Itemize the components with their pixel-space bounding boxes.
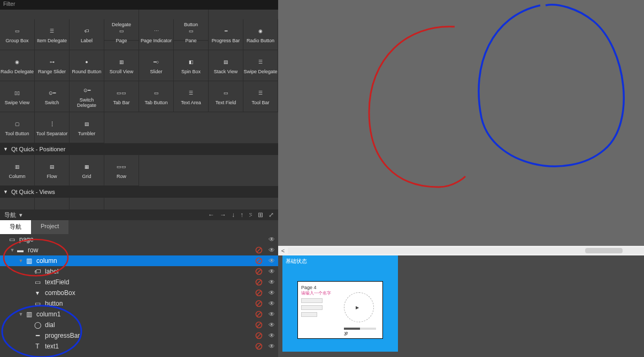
scroll-thumb[interactable] [585, 248, 623, 253]
arrow-up-icon[interactable]: ↑ [240, 211, 243, 219]
tree-node-column1[interactable]: ▼▥column1👁 [0, 309, 278, 320]
visibility-icon[interactable]: 👁 [265, 268, 278, 275]
library-item-tab-button[interactable]: ▭Tab Button [139, 81, 174, 112]
library-item-radio-delegate[interactable]: ◉Radio Delegate [0, 50, 35, 81]
library-item-label: Item Delegate [37, 38, 67, 43]
library-item-label: Slider [150, 69, 162, 74]
library-item-label: Swipe Delegate [243, 69, 277, 74]
library-item-range-slider[interactable]: ⊶Range Slider [35, 50, 70, 81]
no-entry-icon[interactable] [252, 332, 265, 339]
library-item-tool-separator[interactable]: ┆Tool Separator [35, 112, 70, 143]
section-positioner[interactable]: ▼ Qt Quick - Positioner [0, 143, 278, 155]
tree-node-column[interactable]: ▼▥column👁 [0, 255, 278, 266]
navigator-dropdown[interactable]: 导航 ▾ [4, 211, 22, 219]
library-item-spin-box[interactable]: ◧Spin Box [174, 50, 209, 81]
visibility-icon[interactable]: 👁 [265, 332, 278, 339]
no-entry-icon[interactable] [252, 311, 265, 318]
section-views[interactable]: ▼ Qt Quick - Views [0, 186, 278, 198]
library-item-text-area[interactable]: ☰Text Area [174, 81, 209, 112]
expand-icon[interactable]: ⤢ [269, 211, 274, 219]
label-icon: 🏷 [33, 268, 42, 275]
library-item-swipe-delegate[interactable]: ☰Swipe Delegate [243, 50, 278, 81]
no-entry-icon[interactable] [252, 268, 265, 275]
add-icon[interactable]: ⊞ [258, 211, 263, 219]
arrow-down-icon[interactable]: ↓ [232, 211, 235, 219]
library-item-slider[interactable]: ━○Slider [139, 50, 174, 81]
tree-node-dial[interactable]: ◯dial👁 [0, 320, 278, 330]
no-entry-icon[interactable] [252, 300, 265, 307]
scroll-track[interactable] [288, 247, 644, 254]
tree-node-progressBar[interactable]: ━progressBar👁 [0, 330, 278, 341]
tab-navigator[interactable]: 导航 [0, 220, 31, 234]
cb-icon: ▾ [33, 289, 42, 297]
tree-node-label[interactable]: 🏷label👁 [0, 266, 278, 277]
state-card-base[interactable]: 基础状态 Page 4 请输入一个名字 ▶ 岁 [282, 255, 398, 352]
visibility-icon[interactable]: 👁 [265, 246, 278, 254]
visibility-icon[interactable]: 👁 [265, 278, 278, 286]
no-entry-icon[interactable] [252, 289, 265, 297]
expand-toggle[interactable]: ▼ [17, 258, 25, 263]
scroll-left-icon[interactable]: < [278, 247, 288, 254]
arrow-left-icon[interactable]: ← [208, 211, 214, 219]
tree-node-row[interactable]: ▼▬row👁 [0, 245, 278, 255]
filter-icon[interactable]: ⍩ [249, 211, 252, 219]
svg-line-21 [257, 344, 261, 348]
horizontal-scrollbar[interactable]: < [278, 246, 644, 255]
library-item-tab-bar[interactable]: ▭▭Tab Bar [104, 81, 139, 112]
text-field-icon: ▭ [219, 88, 233, 98]
library-item-page[interactable]: ▭Page [104, 19, 139, 50]
library-item-switch-delegate[interactable]: ⊙━Switch Delegate [70, 81, 104, 112]
visibility-icon[interactable]: 👁 [265, 257, 278, 265]
library-item-row[interactable]: ▭▭Row [104, 155, 139, 186]
library-item-round-button[interactable]: ●Round Button [70, 50, 104, 81]
no-entry-icon[interactable] [252, 246, 265, 254]
library-item-switch[interactable]: ⊙━Switch [35, 81, 70, 112]
library-item[interactable]: ▦ [70, 198, 104, 209]
arrow-right-icon[interactable]: → [220, 211, 226, 219]
library-item-radio-button[interactable]: ◉Radio Button [243, 19, 278, 50]
library-item[interactable]: ▤ [35, 198, 70, 209]
state-caption: 基础状态 [282, 255, 398, 267]
filter-input[interactable]: Filter [0, 0, 278, 10]
tree-node-comboBox[interactable]: ▾comboBox👁 [0, 288, 278, 298]
library-item-tool-button[interactable]: ▢Tool Button [0, 112, 35, 143]
library-item-page-indicator[interactable]: ⋯Page Indicator [139, 19, 174, 50]
page-icon: ▭ [7, 236, 16, 243]
library-item[interactable]: ▥ [0, 198, 35, 209]
grid-icon: ▦ [80, 161, 94, 172]
visibility-icon[interactable]: 👁 [265, 343, 278, 350]
library-item-progress-bar[interactable]: ━Progress Bar [209, 19, 243, 50]
library-item-item-delegate[interactable]: ☰Item Delegate [35, 19, 70, 50]
tree-node-textField[interactable]: ▭textField👁 [0, 277, 278, 288]
no-entry-icon[interactable] [252, 343, 265, 350]
library-item-scroll-view[interactable]: ▥Scroll View [104, 50, 139, 81]
library-item-column[interactable]: ▥Column [0, 155, 35, 186]
library-item-tumbler[interactable]: ▤Tumbler [70, 112, 104, 143]
library-item-flow[interactable]: ▤Flow [35, 155, 70, 186]
library-item-text-field[interactable]: ▭Text Field [209, 81, 243, 112]
library-item-label[interactable]: 🏷Label [70, 19, 104, 50]
visibility-icon[interactable]: 👁 [265, 311, 278, 318]
tree-node-button[interactable]: ▭button👁 [0, 298, 278, 309]
library-item-tool-bar[interactable]: ☰Tool Bar [243, 81, 278, 112]
tab-project[interactable]: Project [31, 220, 68, 234]
design-canvas[interactable]: Page 4 column 请输入一个名字 ▲▼ Button ▶ 岁 [278, 0, 644, 246]
visibility-icon[interactable]: 👁 [265, 300, 278, 307]
library-item-stack-view[interactable]: ▤Stack View [209, 50, 243, 81]
library-item-grid[interactable]: ▦Grid [70, 155, 104, 186]
visibility-icon[interactable]: 👁 [265, 236, 278, 243]
library-item-swipe-view[interactable]: ▯▯Swipe View [0, 81, 35, 112]
expand-toggle[interactable]: ▼ [9, 247, 16, 253]
library-item-pane[interactable]: ▭Pane [174, 19, 209, 50]
library-item-label: Row [117, 174, 126, 179]
no-entry-icon[interactable] [252, 321, 265, 329]
no-entry-icon[interactable] [252, 257, 265, 265]
tree-node-text1[interactable]: Ttext1👁 [0, 341, 278, 352]
no-entry-icon[interactable] [252, 278, 265, 286]
library-row: ◉Radio Delegate⊶Range Slider●Round Butto… [0, 50, 278, 81]
visibility-icon[interactable]: 👁 [265, 289, 278, 297]
library-item-group-box[interactable]: ▭Group Box [0, 19, 35, 50]
tree-node-page[interactable]: ▭page👁 [0, 234, 278, 245]
expand-toggle[interactable]: ▼ [17, 312, 25, 317]
visibility-icon[interactable]: 👁 [265, 321, 278, 329]
